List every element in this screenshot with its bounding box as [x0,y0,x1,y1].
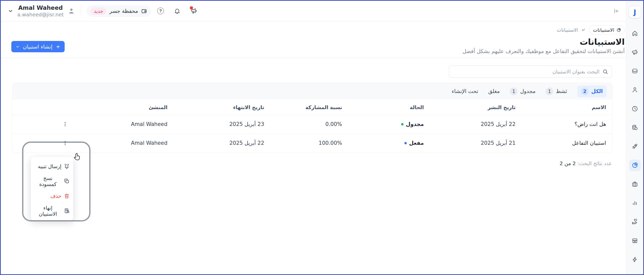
survey-name: استبيان التفاعل [522,134,612,153]
pie-chart-icon [616,28,621,32]
menu-item-send-alert[interactable]: إرسال تنبيه [31,159,73,174]
search-box [449,66,612,78]
menu-item-end-survey[interactable]: إنهاء الاستبيان [31,203,73,218]
publish-date: 21 أبريل 2025 [430,134,522,153]
result-count: عدد نتائج البحث: 2 من 2 [1,160,612,166]
divider [81,6,81,17]
tab-under-construction[interactable]: تحت الإنشاء [452,88,478,94]
status-cell: مجدول [348,115,430,134]
megaphone-icon [191,8,197,14]
result-count-label: عدد نتائج البحث: [577,160,612,166]
creator: Amal Waheed [77,115,173,134]
bar-chart-icon [631,200,638,206]
menu-item-label: إرسال تنبيه [38,163,61,169]
rocket-icon [631,143,638,150]
sidebar-item-reports[interactable] [626,194,643,212]
user-menu[interactable]: Amal Waheed a.waheed@jisr.net [8,4,75,18]
user-icon [631,86,638,93]
hand-heart-icon [631,218,638,225]
page-header: الاستبيانات الاستبيانات الاستبيانات أنشئ… [1,21,626,58]
status-dot [401,123,403,125]
header-creator: المنشئ [77,100,173,115]
page-subtitle: أنشئ الاستبيانات لتحقيق التفاعل مع موظفي… [1,48,625,54]
user-name: Amal Waheed [17,4,64,12]
sidebar-item-onboarding[interactable] [626,137,643,156]
status-cell: مفعل [348,134,430,153]
table-header-row: الاسم تاريخ النشر الحالة نسبة المشاركة ت… [12,100,612,115]
chevron-down-icon [15,44,20,49]
header-actions [12,100,77,115]
tab-all[interactable]: الكل 2 [577,85,607,97]
tab-active[interactable]: نَشط 1 [545,87,567,95]
row-actions-button[interactable] [61,120,69,128]
sidebar-item-time[interactable] [626,99,643,118]
chevron-down-icon [8,8,13,14]
sidebar: J [626,1,643,274]
sidebar-item-benefits[interactable] [626,212,643,231]
megaphone-icon [631,49,638,56]
sidebar-item-automations[interactable] [626,250,643,269]
surveys-card: الكل 2 نَشط 1 مجدول 1 مغلق ت [12,83,612,153]
sidebar-item-payroll[interactable] [626,118,643,137]
publish-date: 22 أبريل 2025 [430,115,522,134]
menu-item-copy-as-draft[interactable]: نسخ كمسودة [31,174,73,189]
sidebar-item-inbox[interactable] [626,62,643,80]
tab-label: الكل [591,88,603,94]
trash-icon [64,193,70,199]
menu-item-label: إنهاء الاستبيان [34,205,61,217]
sidebar-item-assets[interactable] [626,175,643,194]
breadcrumb-parent[interactable]: الاستبيانات [557,27,578,33]
menu-item-delete[interactable]: حذف [31,189,73,203]
tab-label: مغلق [488,88,500,94]
tab-closed[interactable]: مغلق [488,88,500,94]
breadcrumb: الاستبيانات الاستبيانات [1,25,625,34]
search-input[interactable] [453,69,600,75]
breadcrumb-current[interactable]: الاستبيانات [589,25,625,34]
coins-icon [631,124,638,131]
header-name: الاسم [522,100,612,115]
wallet-label: محفظة جسر [109,8,138,14]
avatar-icon [68,7,75,15]
header-participation: نسبة المشاركة [270,100,348,115]
sidebar-item-marketplace[interactable] [626,231,643,250]
clock-icon [631,105,638,112]
status-label: مجدول [406,121,424,127]
announcements-button[interactable] [191,8,197,14]
main-content: الاستبيانات الاستبيانات الاستبيانات أنشئ… [1,21,626,274]
create-survey-label: إنشاء استبيان [23,44,53,50]
plus-icon [56,44,61,49]
breadcrumb-current-label: الاستبيانات [593,27,614,33]
creator: Amal Waheed [77,134,173,153]
tab-label: تحت الإنشاء [452,88,478,94]
bell-alert-icon [64,163,70,169]
sidebar-item-surveys[interactable] [626,156,643,175]
surveys-table: الاسم تاريخ النشر الحالة نسبة المشاركة ت… [12,100,612,153]
row-actions-button[interactable] [61,139,69,147]
participation-rate: 100.00% [270,134,348,153]
help-button[interactable]: ? [157,8,164,14]
sidebar-item-employees[interactable] [626,80,643,99]
pie-chart-icon [629,160,641,171]
filter-tabs: الكل 2 نَشط 1 مجدول 1 مغلق ت [12,83,612,100]
menu-item-label: نسخ كمسودة [34,175,61,187]
search-row [1,58,626,78]
topbar-icons: ? [157,8,197,14]
table-row[interactable]: هل انت راض؟ 22 أبريل 2025 مجدول 0.00% 23… [12,115,612,134]
app-logo[interactable]: J [629,6,641,18]
help-icon: ? [157,8,164,14]
topbar: Amal Waheed a.waheed@jisr.net محفظة جسر … [1,1,626,21]
tab-scheduled[interactable]: مجدول 1 [510,87,535,95]
sidebar-item-home[interactable] [626,24,643,43]
status-dot [404,142,407,144]
table-row[interactable]: استبيان التفاعل 21 أبريل 2025 مفعل 100.0… [12,134,612,153]
return-arrow-icon [581,27,586,32]
wallet-pill-button[interactable]: محفظة جسر جديد [86,5,151,17]
user-email: a.waheed@jisr.net [17,12,64,18]
notifications-button[interactable] [174,8,180,14]
sidebar-item-announcements[interactable] [626,43,643,62]
wallet-icon [141,8,147,14]
tab-count: 2 [581,87,589,95]
collapse-panel-button[interactable] [613,8,620,15]
copy-icon [64,178,70,184]
create-survey-button[interactable]: إنشاء استبيان [11,41,65,52]
